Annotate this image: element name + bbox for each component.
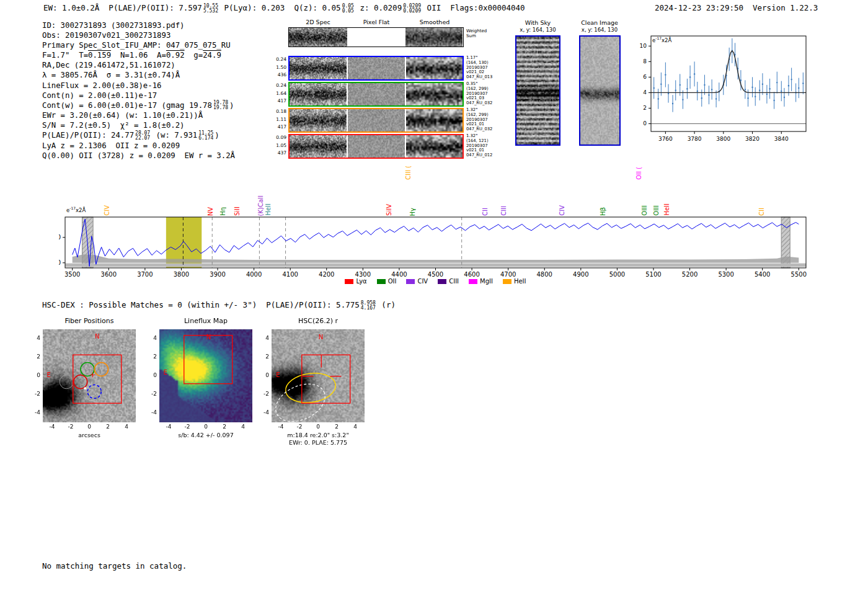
y-tick-label: 4 — [146, 335, 157, 341]
text-segment: EW: 1.0±0.2Å P(LAE)/P(OII): 7.597 — [43, 3, 202, 12]
x-tick-label: 2 — [218, 424, 231, 430]
x-tick-label: 4900 — [573, 271, 588, 278]
with-sky-image-panel — [515, 35, 560, 146]
info-line: λ = 3805.76Å σ = 3.31(±0.74)Å — [42, 70, 235, 80]
x-tick-label: 4100 — [282, 271, 298, 278]
info-line: Primary Spec_Slot_IFU_AMP: 047_075_075_R… — [42, 40, 235, 50]
legend-swatch — [406, 279, 415, 284]
error-range: 0.02090.0209 — [403, 4, 421, 14]
info-line: S/N = 7.2(±0.5) χ² = 1.8(±0.2) — [42, 120, 235, 130]
x-tick-label: 0 — [312, 424, 324, 430]
lineflux-map-overlay: NE — [159, 329, 252, 422]
text-segment: P(LAE)/P(OII): 24.77 — [42, 131, 134, 140]
text-segment: LyA z = 2.1306 OII z = 0.0209 — [42, 141, 180, 150]
error-range: 8.9584.167 — [361, 301, 376, 311]
y-tick-label: 4 — [29, 335, 40, 341]
text-segment: Cont(w) = 6.00(±0.01)e-17 (gmag 19.78 — [42, 101, 212, 110]
east-label: E — [47, 371, 51, 378]
x-tick-label: 2 — [102, 424, 114, 430]
legend-swatch — [438, 279, 446, 284]
fiber-circle-red — [74, 375, 87, 389]
legend-item: CIV — [406, 278, 428, 285]
y-tick-label: 4 — [258, 335, 269, 341]
y-tick-label: 0 — [258, 372, 269, 378]
x-tick-label: 5500 — [791, 271, 807, 278]
legend-label: CIV — [417, 278, 428, 285]
emission-line-labels: CIVNVHηSiII(K)CaIIHeIISiIVCIII (HγCIICII… — [59, 164, 812, 216]
overlined-value: 0.92 — [166, 51, 185, 60]
x-tick-label: 4700 — [500, 271, 516, 278]
spectrum-flux-units: e-17x2Å — [66, 206, 86, 213]
fiber-circle — [102, 350, 115, 363]
y-tick-label: 2 — [643, 105, 647, 111]
hsc-match-summary: HSC-DEX : Possible Matches = 0 (within +… — [42, 300, 396, 311]
y-tick-label: -4 — [146, 409, 157, 415]
hsc-r-overlay: NE — [272, 329, 365, 422]
legend-swatch — [345, 279, 353, 284]
error-low: 22.07 — [135, 136, 150, 141]
text-segment: S/N = 7.2(±0.5) χ² = 1.8(±0.2) — [42, 121, 185, 130]
centroid-dot — [84, 387, 86, 389]
info-line: EWr = 3.20(±0.64) (w: 1.10(±0.21))Å — [42, 110, 235, 120]
legend-swatch — [469, 279, 477, 284]
spec2d-row-weights: 0.241.50436 — [270, 56, 286, 79]
info-line: ID: 3002731893 (3002731893.pdf) — [42, 20, 235, 30]
fiber-positions-panel: Fiber Positions NE arcsecs -4-4-2-200224… — [43, 329, 136, 422]
text-segment: ID: 3002731893 (3002731893.pdf) — [42, 21, 185, 30]
x-tick-label: 3800 — [174, 271, 189, 278]
spec2d-row-meta: 1.17"(164, 130)20190307v021_02047_RU_013 — [466, 56, 510, 80]
spec2d-row — [288, 134, 464, 159]
fiber-circle — [60, 350, 73, 363]
spec2d-row-meta: 1.32"(164, 121)20190307v021_01047_RU_012 — [466, 134, 510, 158]
text-segment: (w: 7.931 — [151, 131, 197, 140]
x-tick-label: 4600 — [464, 271, 479, 278]
text-segment: HSC-DEX : Possible Matches = 0 (within +… — [42, 300, 360, 309]
spec2d-row-meta: 0.35"(162, 299)20190307v021_03047_RU_032 — [466, 82, 510, 106]
legend-label: HeII — [514, 278, 526, 285]
legend-item: MgII — [469, 278, 493, 285]
fiber-circle — [67, 337, 81, 351]
hsc-r-panel: HSC(26.2) r NE m:18.4 re:2.0" s:3.2" EWr… — [272, 329, 365, 422]
text-segment: N=1.06 A= — [111, 51, 166, 60]
text-segment: ) — [215, 131, 219, 140]
x-tick-label: 4300 — [355, 271, 371, 278]
weighted-sum-row — [288, 27, 464, 47]
legend-label: MgII — [480, 278, 493, 285]
error-range: 10.555.532 — [203, 4, 218, 14]
error-low: 6.174 — [198, 136, 213, 141]
legend-item: Lyα — [345, 278, 366, 285]
x-tick-label: 4 — [237, 424, 249, 430]
text-segment: Cont(n) = 2.00(±0.11)e-17 — [42, 91, 157, 100]
cutout-xlabel: s/b: 4.42 +/- 0.097 — [153, 432, 259, 438]
text-segment: LineFlux = 2.00(±0.38)e-16 — [42, 81, 162, 90]
x-tick-label: 0 — [200, 424, 212, 430]
y-tick-label: 0 — [146, 372, 157, 378]
text-segment: λ = 3805.76Å σ = 3.31(±0.74)Å — [42, 71, 180, 79]
north-label: N — [319, 334, 323, 340]
legend-label: CIII — [449, 278, 459, 285]
fiber-positions-overlay: NE — [43, 329, 136, 422]
overlined-value: 24.9 — [203, 51, 221, 60]
sky-strip — [65, 264, 806, 267]
info-line: Q(0.00) OII (3728) z = 0.0209 EW r = 3.2… — [42, 151, 235, 161]
line-fit-zoom-chart: 376037803800382038400246810 — [626, 31, 812, 152]
x-tick-label: 3600 — [101, 271, 117, 278]
text-segment: OII Flags:0x00004040 — [422, 3, 525, 12]
fiber-circle-orange — [95, 363, 108, 376]
fiber-circle — [81, 337, 94, 351]
text-segment: RA,Dec (219.461472,51.161072) — [42, 61, 175, 69]
y-tick-label: 2 — [146, 353, 157, 360]
x-tick-label: -4 — [162, 424, 175, 430]
ifu-square — [184, 335, 232, 384]
x-tick-label: 5100 — [645, 271, 661, 278]
x-tick-label: 4200 — [319, 271, 334, 278]
footer-notes: No matching targets in catalog. Row inte… — [42, 542, 187, 591]
legend-label: OII — [388, 278, 397, 285]
x-tick-label: 3760 — [658, 136, 673, 142]
ifu-square — [73, 355, 122, 403]
info-line: F=1.7" T=0.159 N=1.06 A=0.92 g=24.9 — [42, 50, 235, 60]
y-tick-label: 0 — [643, 120, 647, 127]
aperture-ellipse — [284, 370, 338, 406]
fiber-circle — [87, 350, 101, 363]
spec2d-row-weights: 0.091.05437 — [270, 134, 286, 158]
